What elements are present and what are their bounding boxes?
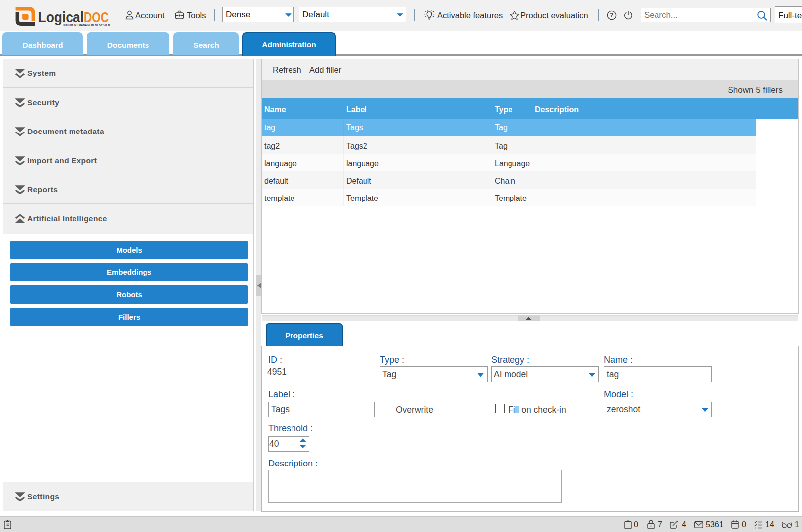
svg-text:?: ? [610, 12, 613, 19]
svg-text:DOCUMENT MANAGEMENT SYSTEM: DOCUMENT MANAGEMENT SYSTEM [63, 23, 110, 27]
